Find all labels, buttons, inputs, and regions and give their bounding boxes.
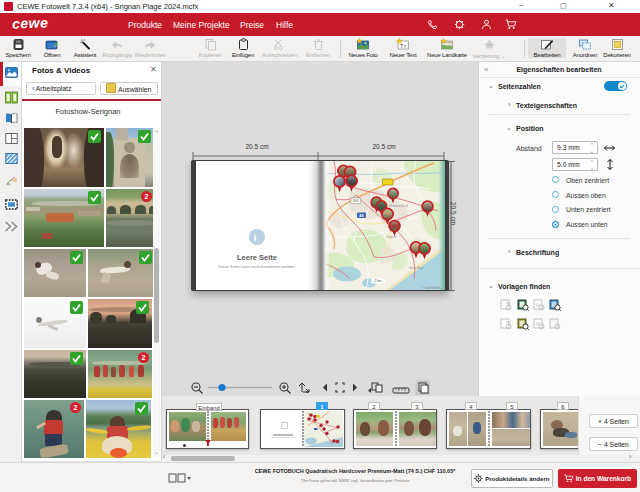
svg-text:A9: A9 xyxy=(359,214,363,218)
svg-text:Valras-Plage: Valras-Plage xyxy=(409,266,424,270)
svg-text:D64: D64 xyxy=(353,199,359,203)
svg-text:Sérignan: Sérignan xyxy=(386,235,397,239)
svg-text:Villeneuve-lès-B.: Villeneuve-lès-B. xyxy=(389,204,409,208)
svg-text:Тт: Тт xyxy=(400,43,407,49)
svg-text:2 km: 2 km xyxy=(375,279,382,283)
